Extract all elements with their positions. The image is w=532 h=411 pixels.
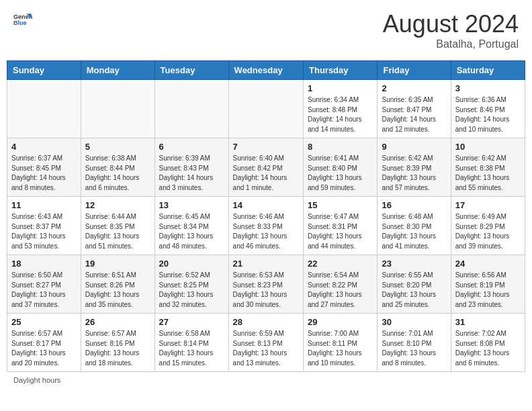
- calendar-table: SundayMondayTuesdayWednesdayThursdayFrid…: [7, 60, 525, 372]
- col-header-friday: Friday: [378, 61, 451, 80]
- calendar-cell: [7, 80, 81, 138]
- calendar-cell: 28Sunrise: 6:59 AMSunset: 8:13 PMDayligh…: [228, 314, 303, 372]
- calendar-week-row: 4Sunrise: 6:37 AMSunset: 8:45 PMDaylight…: [7, 138, 525, 197]
- calendar-cell: 27Sunrise: 6:58 AMSunset: 8:14 PMDayligh…: [154, 314, 228, 372]
- day-info: Sunrise: 7:01 AMSunset: 8:10 PMDaylight:…: [382, 329, 446, 368]
- day-number: 21: [233, 259, 299, 269]
- day-info: Sunrise: 6:38 AMSunset: 8:44 PMDaylight:…: [85, 154, 150, 193]
- day-info: Sunrise: 6:55 AMSunset: 8:20 PMDaylight:…: [382, 271, 446, 310]
- day-number: 5: [85, 142, 150, 152]
- calendar-cell: 2Sunrise: 6:35 AMSunset: 8:47 PMDaylight…: [378, 80, 451, 138]
- day-info: Sunrise: 6:48 AMSunset: 8:30 PMDaylight:…: [382, 212, 446, 251]
- day-info: Sunrise: 6:42 AMSunset: 8:39 PMDaylight:…: [382, 154, 446, 193]
- day-info: Sunrise: 6:57 AMSunset: 8:16 PMDaylight:…: [85, 329, 150, 368]
- calendar-cell: 4Sunrise: 6:37 AMSunset: 8:45 PMDaylight…: [7, 138, 81, 197]
- day-info: Sunrise: 6:34 AMSunset: 8:48 PMDaylight:…: [308, 95, 373, 134]
- calendar-cell: 16Sunrise: 6:48 AMSunset: 8:30 PMDayligh…: [378, 197, 451, 255]
- day-number: 17: [455, 200, 521, 210]
- day-number: 28: [233, 317, 299, 327]
- day-info: Sunrise: 6:57 AMSunset: 8:17 PMDaylight:…: [11, 329, 77, 368]
- col-header-monday: Monday: [81, 61, 154, 80]
- day-info: Sunrise: 6:52 AMSunset: 8:25 PMDaylight:…: [159, 271, 224, 310]
- calendar-header-row: SundayMondayTuesdayWednesdayThursdayFrid…: [7, 61, 525, 80]
- day-info: Sunrise: 6:42 AMSunset: 8:38 PMDaylight:…: [455, 154, 521, 193]
- day-number: 30: [382, 317, 446, 327]
- col-header-wednesday: Wednesday: [228, 61, 303, 80]
- calendar-cell: 1Sunrise: 6:34 AMSunset: 8:48 PMDaylight…: [304, 80, 378, 138]
- calendar-cell: 17Sunrise: 6:49 AMSunset: 8:29 PMDayligh…: [451, 197, 525, 255]
- day-info: Sunrise: 6:36 AMSunset: 8:46 PMDaylight:…: [455, 95, 521, 134]
- calendar-cell: 11Sunrise: 6:43 AMSunset: 8:37 PMDayligh…: [7, 197, 81, 255]
- day-number: 18: [11, 259, 77, 269]
- day-number: 13: [159, 200, 224, 210]
- col-header-sunday: Sunday: [7, 61, 81, 80]
- svg-text:Blue: Blue: [13, 19, 27, 26]
- day-number: 22: [308, 259, 373, 269]
- day-info: Sunrise: 6:53 AMSunset: 8:23 PMDaylight:…: [233, 271, 299, 310]
- calendar-week-row: 25Sunrise: 6:57 AMSunset: 8:17 PMDayligh…: [7, 314, 525, 372]
- day-number: 10: [455, 142, 521, 152]
- day-info: Sunrise: 6:45 AMSunset: 8:34 PMDaylight:…: [159, 212, 224, 251]
- calendar-cell: 3Sunrise: 6:36 AMSunset: 8:46 PMDaylight…: [451, 80, 525, 138]
- location-title: Batalha, Portugal: [383, 38, 519, 50]
- day-info: Sunrise: 6:35 AMSunset: 8:47 PMDaylight:…: [382, 95, 446, 134]
- col-header-thursday: Thursday: [304, 61, 378, 80]
- col-header-tuesday: Tuesday: [154, 61, 228, 80]
- calendar-cell: 22Sunrise: 6:54 AMSunset: 8:22 PMDayligh…: [304, 255, 378, 314]
- day-number: 7: [233, 142, 299, 152]
- day-info: Sunrise: 6:43 AMSunset: 8:37 PMDaylight:…: [11, 212, 77, 251]
- day-info: Sunrise: 6:44 AMSunset: 8:35 PMDaylight:…: [85, 212, 150, 251]
- day-info: Sunrise: 7:02 AMSunset: 8:08 PMDaylight:…: [455, 329, 521, 368]
- day-number: 11: [11, 200, 77, 210]
- day-number: 19: [85, 259, 150, 269]
- day-info: Sunrise: 7:00 AMSunset: 8:11 PMDaylight:…: [308, 329, 373, 368]
- day-info: Sunrise: 6:50 AMSunset: 8:27 PMDaylight:…: [11, 271, 77, 310]
- calendar-cell: [154, 80, 228, 138]
- day-number: 2: [382, 83, 446, 93]
- day-number: 26: [85, 317, 150, 327]
- calendar-cell: 14Sunrise: 6:46 AMSunset: 8:33 PMDayligh…: [228, 197, 303, 255]
- month-year-title: August 2024: [383, 10, 519, 38]
- day-number: 1: [308, 83, 373, 93]
- day-info: Sunrise: 6:39 AMSunset: 8:43 PMDaylight:…: [159, 154, 224, 193]
- day-info: Sunrise: 6:40 AMSunset: 8:42 PMDaylight:…: [233, 154, 299, 193]
- calendar-cell: 31Sunrise: 7:02 AMSunset: 8:08 PMDayligh…: [451, 314, 525, 372]
- day-info: Sunrise: 6:37 AMSunset: 8:45 PMDaylight:…: [11, 154, 77, 193]
- day-number: 16: [382, 200, 446, 210]
- calendar-cell: 8Sunrise: 6:41 AMSunset: 8:40 PMDaylight…: [304, 138, 378, 197]
- day-info: Sunrise: 6:49 AMSunset: 8:29 PMDaylight:…: [455, 212, 521, 251]
- calendar-week-row: 11Sunrise: 6:43 AMSunset: 8:37 PMDayligh…: [7, 197, 525, 255]
- logo-icon: General Blue: [13, 10, 32, 29]
- calendar-cell: 10Sunrise: 6:42 AMSunset: 8:38 PMDayligh…: [451, 138, 525, 197]
- day-info: Sunrise: 6:47 AMSunset: 8:31 PMDaylight:…: [308, 212, 373, 251]
- day-info: Sunrise: 6:59 AMSunset: 8:13 PMDaylight:…: [233, 329, 299, 368]
- day-number: 29: [308, 317, 373, 327]
- day-number: 12: [85, 200, 150, 210]
- day-number: 24: [455, 259, 521, 269]
- calendar-cell: 19Sunrise: 6:51 AMSunset: 8:26 PMDayligh…: [81, 255, 154, 314]
- title-block: August 2024 Batalha, Portugal: [383, 10, 519, 50]
- day-number: 3: [455, 83, 521, 93]
- day-info: Sunrise: 6:51 AMSunset: 8:26 PMDaylight:…: [85, 271, 150, 310]
- page-header: General Blue August 2024 Batalha, Portug…: [7, 7, 525, 54]
- calendar-cell: 29Sunrise: 7:00 AMSunset: 8:11 PMDayligh…: [304, 314, 378, 372]
- day-number: 4: [11, 142, 77, 152]
- calendar-cell: [228, 80, 303, 138]
- day-number: 31: [455, 317, 521, 327]
- day-number: 8: [308, 142, 373, 152]
- calendar-cell: 9Sunrise: 6:42 AMSunset: 8:39 PMDaylight…: [378, 138, 451, 197]
- calendar-cell: 25Sunrise: 6:57 AMSunset: 8:17 PMDayligh…: [7, 314, 81, 372]
- day-info: Sunrise: 6:54 AMSunset: 8:22 PMDaylight:…: [308, 271, 373, 310]
- calendar-cell: 23Sunrise: 6:55 AMSunset: 8:20 PMDayligh…: [378, 255, 451, 314]
- calendar-week-row: 1Sunrise: 6:34 AMSunset: 8:48 PMDaylight…: [7, 80, 525, 138]
- calendar-week-row: 18Sunrise: 6:50 AMSunset: 8:27 PMDayligh…: [7, 255, 525, 314]
- calendar-cell: 18Sunrise: 6:50 AMSunset: 8:27 PMDayligh…: [7, 255, 81, 314]
- day-number: 25: [11, 317, 77, 327]
- calendar-cell: 24Sunrise: 6:56 AMSunset: 8:19 PMDayligh…: [451, 255, 525, 314]
- day-number: 27: [159, 317, 224, 327]
- calendar-cell: 26Sunrise: 6:57 AMSunset: 8:16 PMDayligh…: [81, 314, 154, 372]
- calendar-cell: 13Sunrise: 6:45 AMSunset: 8:34 PMDayligh…: [154, 197, 228, 255]
- col-header-saturday: Saturday: [451, 61, 525, 80]
- calendar-cell: 30Sunrise: 7:01 AMSunset: 8:10 PMDayligh…: [378, 314, 451, 372]
- calendar-cell: [81, 80, 154, 138]
